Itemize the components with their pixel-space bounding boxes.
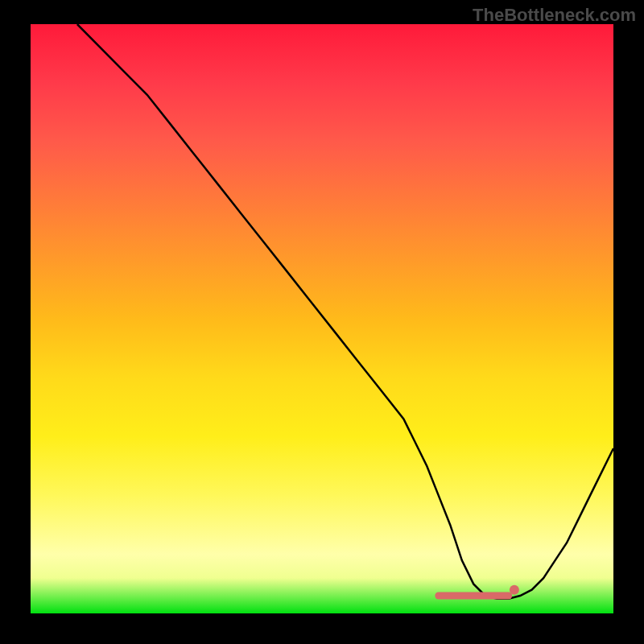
optimal-point-dot [510, 585, 519, 595]
chart-plot-area [31, 24, 613, 613]
chart-svg [31, 24, 613, 613]
bottleneck-curve [77, 24, 613, 599]
watermark-text: TheBottleneck.com [473, 5, 636, 26]
